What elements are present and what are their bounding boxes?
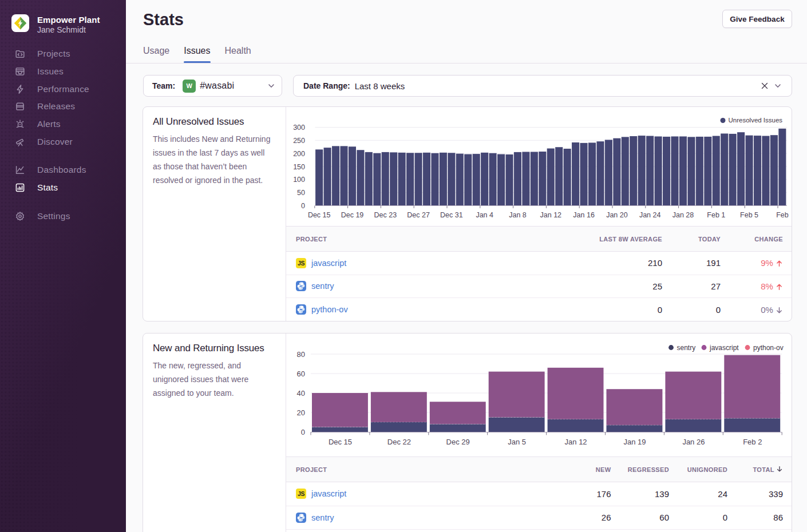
svg-text:0: 0 [301, 202, 305, 210]
svg-text:300: 300 [293, 124, 305, 132]
svg-text:250: 250 [293, 137, 305, 145]
svg-text:javascript: javascript [709, 344, 739, 352]
svg-text:Dec 15: Dec 15 [308, 211, 331, 219]
svg-text:Dec 27: Dec 27 [407, 211, 430, 219]
svg-text:Jan 4: Jan 4 [476, 211, 493, 219]
svg-text:50: 50 [297, 189, 305, 197]
svg-text:80: 80 [297, 350, 305, 359]
svg-text:Feb 2: Feb 2 [743, 438, 762, 446]
svg-text:Jan 12: Jan 12 [540, 211, 562, 219]
svg-text:Jan 26: Jan 26 [682, 438, 705, 446]
svg-text:Feb: Feb [776, 211, 789, 219]
svg-text:Unresolved Issues: Unresolved Issues [729, 117, 783, 124]
svg-text:Jan 19: Jan 19 [623, 438, 646, 446]
svg-text:Dec 22: Dec 22 [387, 438, 411, 446]
svg-text:Feb 5: Feb 5 [740, 211, 758, 219]
svg-text:Dec 15: Dec 15 [329, 438, 352, 446]
svg-text:Jan 5: Jan 5 [508, 438, 526, 446]
svg-text:Jan 28: Jan 28 [672, 211, 694, 219]
svg-text:Dec 29: Dec 29 [446, 438, 470, 446]
svg-text:sentry: sentry [677, 344, 696, 352]
svg-text:60: 60 [297, 370, 305, 378]
svg-text:20: 20 [297, 408, 305, 417]
svg-text:Jan 8: Jan 8 [509, 211, 527, 219]
svg-text:Dec 23: Dec 23 [374, 211, 397, 219]
svg-text:python-ov: python-ov [753, 344, 784, 352]
svg-text:Jan 12: Jan 12 [565, 438, 587, 446]
svg-text:Jan 24: Jan 24 [639, 211, 661, 219]
svg-text:Dec 31: Dec 31 [440, 211, 463, 219]
svg-text:Feb 1: Feb 1 [707, 211, 725, 219]
svg-text:Jan 20: Jan 20 [606, 211, 628, 219]
svg-text:0: 0 [301, 428, 305, 436]
svg-text:100: 100 [293, 176, 305, 184]
svg-text:Dec 19: Dec 19 [341, 211, 364, 219]
svg-text:150: 150 [293, 163, 305, 171]
svg-text:200: 200 [293, 150, 305, 158]
svg-text:Jan 16: Jan 16 [573, 211, 595, 219]
svg-text:40: 40 [297, 389, 305, 398]
